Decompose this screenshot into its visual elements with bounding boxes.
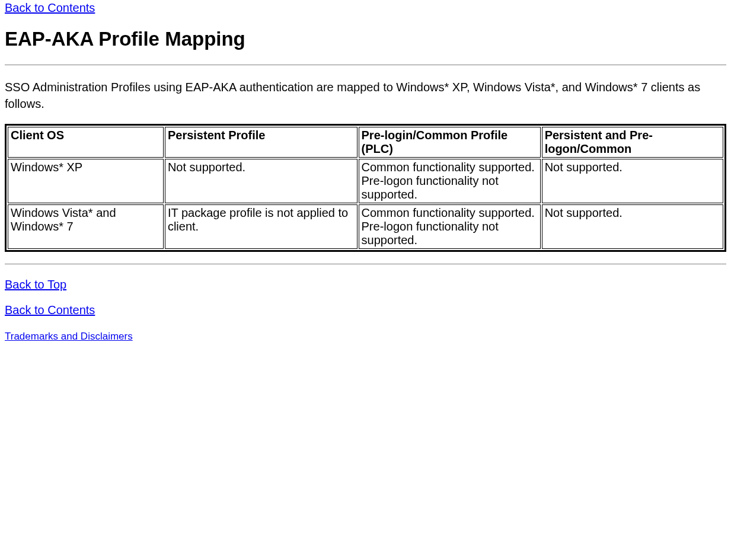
cell-persistent-prelogon: Not supported. — [542, 159, 723, 203]
table-header-row: Client OS Persistent Profile Pre-login/C… — [8, 127, 723, 158]
cell-prelogin: Common functionality supported. Pre-logo… — [359, 159, 541, 203]
page-title: EAP-AKA Profile Mapping — [5, 28, 726, 50]
cell-text: Pre-logon functionality not supported. — [362, 220, 499, 247]
cell-prelogin: Common functionality supported. Pre-logo… — [359, 204, 541, 249]
cell-client-os: Windows* XP — [8, 159, 164, 203]
divider-bottom — [5, 264, 726, 266]
header-persistent-profile: Persistent Profile — [165, 127, 357, 158]
table-row: Windows* XP Not supported. Common functi… — [8, 159, 723, 203]
cell-client-os: Windows Vista* and Windows* 7 — [8, 204, 164, 249]
intro-paragraph: SSO Administration Profiles using EAP-AK… — [5, 79, 726, 112]
profile-mapping-table: Client OS Persistent Profile Pre-login/C… — [5, 124, 726, 252]
header-client-os: Client OS — [8, 127, 164, 158]
table-row: Windows Vista* and Windows* 7 IT package… — [8, 204, 723, 249]
cell-text: Pre-logon functionality not supported. — [362, 174, 499, 201]
header-prelogin-common: Pre-login/Common Profile (PLC) — [359, 127, 541, 158]
cell-persistent-prelogon: Not supported. — [542, 204, 723, 249]
cell-text: Common functionality supported. — [362, 206, 535, 219]
cell-persistent: IT package profile is not applied to cli… — [165, 204, 357, 249]
back-to-contents-link-top[interactable]: Back to Contents — [5, 1, 95, 15]
back-to-contents-link-bottom[interactable]: Back to Contents — [5, 303, 95, 316]
back-to-top-link[interactable]: Back to Top — [5, 278, 66, 291]
header-persistent-prelogon: Persistent and Pre-logon/Common — [542, 127, 723, 158]
cell-text: Common functionality supported. — [362, 161, 535, 174]
divider-top — [5, 65, 726, 67]
cell-persistent: Not supported. — [165, 159, 357, 203]
trademarks-disclaimers-link[interactable]: Trademarks and Disclaimers — [5, 331, 133, 342]
